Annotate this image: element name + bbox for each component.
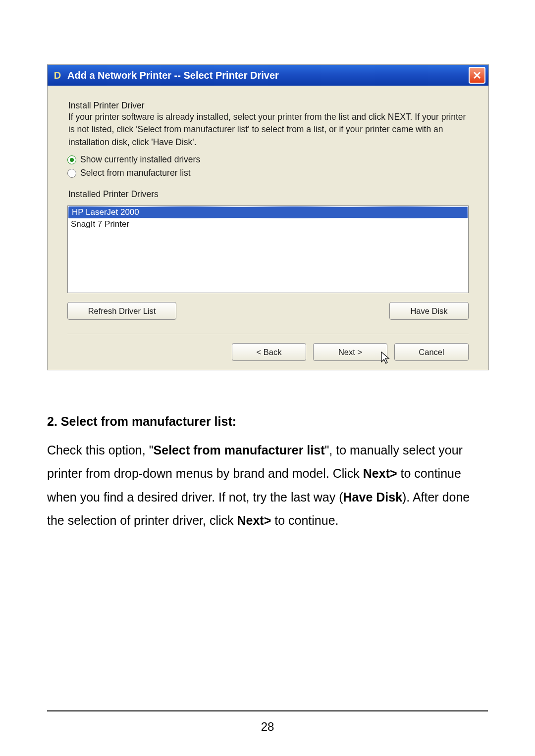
radio-show-installed[interactable]: Show currently installed drivers xyxy=(67,154,469,165)
button-label: Cancel xyxy=(419,348,444,357)
list-item[interactable]: SnagIt 7 Printer xyxy=(68,219,468,230)
instruction-block: 2. Select from manufacturer list: Check … xyxy=(47,410,488,533)
separator xyxy=(67,334,469,334)
dialog-title: Add a Network Printer -- Select Printer … xyxy=(67,70,469,81)
refresh-driver-list-button[interactable]: Refresh Driver List xyxy=(67,302,176,320)
button-label: Next > xyxy=(338,348,362,357)
radio-select-manufacturer[interactable]: Select from manufacturer list xyxy=(67,168,469,178)
page-number: 28 xyxy=(0,720,535,734)
next-button[interactable]: Next > xyxy=(313,343,387,361)
cancel-button[interactable]: Cancel xyxy=(394,343,469,361)
section-description: If your printer software is already inst… xyxy=(68,111,469,149)
document-page: D Add a Network Printer -- Select Printe… xyxy=(0,0,535,756)
cursor-icon xyxy=(380,351,391,365)
section-heading: Install Printer Driver xyxy=(68,101,469,111)
radio-label: Select from manufacturer list xyxy=(80,168,191,178)
dialog-client-area: Install Printer Driver If your printer s… xyxy=(48,86,488,370)
back-button[interactable]: < Back xyxy=(232,343,306,361)
dialog-titlebar: D Add a Network Printer -- Select Printe… xyxy=(48,65,488,86)
button-label: < Back xyxy=(257,348,282,357)
instruction-heading: 2. Select from manufacturer list: xyxy=(47,410,488,434)
list-item[interactable]: HP LaserJet 2000 xyxy=(68,206,468,218)
radio-icon xyxy=(67,169,76,178)
listbox-label: Installed Printer Drivers xyxy=(68,189,469,200)
footer-rule xyxy=(47,710,488,711)
instruction-paragraph: Check this option, "Select from manufact… xyxy=(47,439,488,533)
button-label: Have Disk xyxy=(410,306,447,316)
close-button[interactable] xyxy=(469,67,485,84)
installed-drivers-listbox[interactable]: HP LaserJet 2000 SnagIt 7 Printer xyxy=(67,205,469,293)
button-label: Refresh Driver List xyxy=(88,306,156,316)
radio-label: Show currently installed drivers xyxy=(80,154,200,165)
have-disk-button[interactable]: Have Disk xyxy=(389,302,469,320)
wizard-dialog: D Add a Network Printer -- Select Printe… xyxy=(47,64,489,370)
wizard-nav-row: < Back Next > Cancel xyxy=(67,343,469,361)
app-icon: D xyxy=(52,69,63,81)
close-icon xyxy=(473,71,482,80)
radio-icon xyxy=(67,155,76,164)
